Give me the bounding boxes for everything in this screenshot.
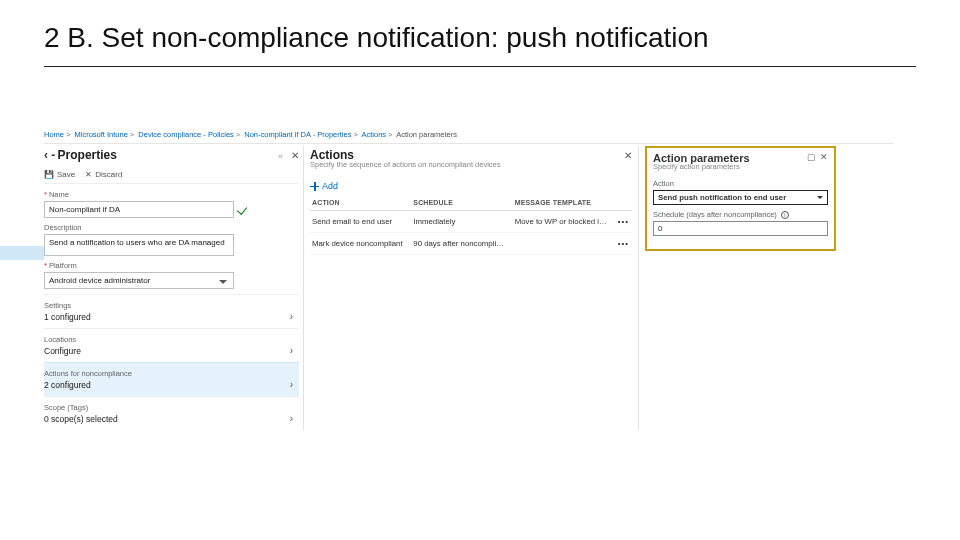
crumb: Action parameters bbox=[396, 130, 457, 139]
blade-prefix: ‹ - bbox=[44, 148, 55, 162]
chevron-right-icon: › bbox=[290, 413, 293, 424]
col-template: MESSAGE TEMPLATE bbox=[513, 195, 616, 211]
name-input[interactable]: Non-compliant if DA bbox=[44, 201, 234, 218]
title-underline bbox=[44, 66, 916, 67]
crumb[interactable]: Non-compliant if DA - Properties bbox=[244, 130, 351, 139]
params-highlight-box: Action parameters Specify action paramet… bbox=[645, 146, 836, 251]
discard-icon: ✕ bbox=[85, 170, 92, 179]
slide-title: 2 B. Set non-compliance notification: pu… bbox=[44, 22, 709, 54]
discard-button[interactable]: ✕ Discard bbox=[85, 170, 122, 179]
chevron-right-icon: › bbox=[290, 311, 293, 322]
scope-row[interactable]: Scope (Tags) 0 scope(s) selected › bbox=[44, 396, 299, 430]
add-action-button[interactable]: Add bbox=[310, 181, 338, 191]
crumb[interactable]: Device compliance - Policies bbox=[138, 130, 233, 139]
info-icon[interactable]: i bbox=[781, 211, 789, 219]
maximize-icon[interactable]: ▢ bbox=[807, 152, 816, 162]
table-row[interactable]: Mark device noncompliant 90 days after n… bbox=[310, 233, 632, 255]
row-menu-icon[interactable]: ••• bbox=[616, 211, 632, 233]
chevron-right-icon: › bbox=[290, 379, 293, 390]
actions-blade: Actions Specify the sequence of actions … bbox=[304, 146, 639, 430]
properties-blade: ‹ - Properties « ✕ 💾 Save ✕ Discard bbox=[44, 146, 304, 430]
plus-icon bbox=[310, 182, 319, 191]
crumb[interactable]: Home bbox=[44, 130, 64, 139]
save-icon: 💾 bbox=[44, 170, 54, 179]
locations-row[interactable]: Locations Configure › bbox=[44, 328, 299, 362]
schedule-label: Schedule (days after noncompliance) bbox=[653, 210, 777, 219]
table-row[interactable]: Send email to end user Immediately Move … bbox=[310, 211, 632, 233]
col-action: ACTION bbox=[310, 195, 411, 211]
action-parameters-blade: Action parameters Specify action paramet… bbox=[639, 146, 836, 430]
description-label: Description bbox=[44, 223, 299, 232]
platform-label: Platform bbox=[49, 261, 77, 270]
row-menu-icon[interactable]: ••• bbox=[616, 233, 632, 255]
crumb[interactable]: Microsoft Intune bbox=[75, 130, 128, 139]
crumb[interactable]: Actions bbox=[361, 130, 386, 139]
action-select[interactable]: Send push notification to end user bbox=[653, 190, 828, 205]
breadcrumb[interactable]: Home> Microsoft Intune> Device complianc… bbox=[44, 130, 894, 144]
close-icon[interactable]: ✕ bbox=[624, 150, 632, 161]
actions-table: ACTION SCHEDULE MESSAGE TEMPLATE Send em… bbox=[310, 195, 632, 255]
chevron-right-icon: › bbox=[290, 345, 293, 356]
nav-highlight bbox=[0, 246, 44, 260]
settings-row[interactable]: Settings 1 configured › bbox=[44, 294, 299, 328]
description-input[interactable]: Send a notification to users who are DA … bbox=[44, 234, 234, 256]
portal-screenshot: Home> Microsoft Intune> Device complianc… bbox=[44, 130, 894, 490]
actions-row[interactable]: Actions for noncompliance 2 configured › bbox=[44, 362, 299, 396]
actions-subtitle: Specify the sequence of actions on nonco… bbox=[310, 160, 501, 169]
schedule-input[interactable]: 0 bbox=[653, 221, 828, 236]
action-label: Action bbox=[653, 179, 828, 188]
close-icon[interactable]: ✕ bbox=[291, 150, 299, 161]
params-subtitle: Specify action parameters bbox=[653, 162, 750, 171]
save-button[interactable]: 💾 Save bbox=[44, 170, 75, 179]
close-icon[interactable]: ✕ bbox=[820, 152, 828, 162]
name-label: Name bbox=[49, 190, 69, 199]
blade-title-properties: Properties bbox=[58, 148, 117, 162]
col-schedule: SCHEDULE bbox=[411, 195, 512, 211]
pin-icon[interactable]: « bbox=[278, 152, 282, 161]
platform-select[interactable]: Android device administrator bbox=[44, 272, 234, 289]
